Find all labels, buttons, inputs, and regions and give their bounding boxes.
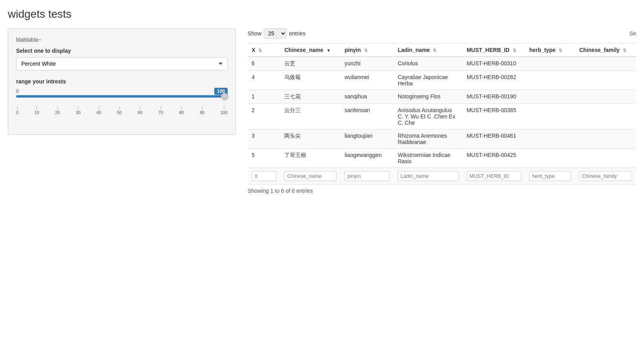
cell-X: 1 xyxy=(248,90,280,104)
cell-Chinese_family xyxy=(575,57,636,71)
cell-Chinese_name: 三七花 xyxy=(280,90,340,104)
filter-input-Ladin-name[interactable] xyxy=(398,171,459,181)
cell-Chinese_name: 乌敛莓 xyxy=(280,71,340,90)
range-container: 0 100 0 10 20 30 40 50 60 70 80 90 xyxy=(16,89,228,127)
cell-pinyin: yunzhi xyxy=(340,57,394,71)
range-ticks: 0 10 20 30 40 50 60 70 80 90 100 xyxy=(16,106,228,115)
cell-X: 2 xyxy=(248,104,280,129)
cell-Chinese_family xyxy=(575,149,636,168)
cell-pinyin: sanfensan xyxy=(340,104,394,129)
display-select[interactable]: Percent White Percent Black Percent Asia… xyxy=(16,57,228,70)
cell-herb_type xyxy=(525,71,575,90)
filter-cell-Ladin-name[interactable] xyxy=(394,168,463,185)
cell-Chinese_family xyxy=(575,71,636,90)
cell-X: 3 xyxy=(248,129,280,149)
tick-10: 10 xyxy=(34,106,39,115)
filter-cell-herb-type[interactable] xyxy=(525,168,575,185)
cell-Chinese_name: 云芝 xyxy=(280,57,340,71)
sort-icon-Chinese-family: ⇅ xyxy=(623,48,626,53)
cell-MUST_HERB_ID: MUST-HERB-00425 xyxy=(463,149,525,168)
select-label: Select one to display xyxy=(16,48,228,54)
sort-icon-Ladin-name: ⇅ xyxy=(433,48,436,53)
cell-herb_type xyxy=(525,149,575,168)
filter-input-pinyin[interactable] xyxy=(344,171,390,181)
col-header-MUST-HERB-ID[interactable]: MUST_HERB_ID ⇅ xyxy=(463,44,525,57)
filter-input-herb-type[interactable] xyxy=(529,171,571,181)
filter-cell-Chinese-family[interactable] xyxy=(575,168,636,185)
col-header-herb-type[interactable]: herb_type ⇅ xyxy=(525,44,575,57)
filter-cell-X[interactable] xyxy=(248,168,280,185)
subtitle-text: blablabla~ xyxy=(16,37,228,43)
cell-Ladin_name: Coriolus xyxy=(394,57,463,71)
show-entries-control: Show 25 10 50 100 entries xyxy=(248,28,305,39)
range-track xyxy=(16,95,228,98)
table-header-row: X ⇅ Chinese_name ▼ pinyin ⇅ Ladin_name ⇅… xyxy=(248,44,636,57)
sort-icon-pinyin: ⇅ xyxy=(364,48,368,53)
cell-herb_type xyxy=(525,129,575,149)
sort-icon-Chinese-name: ▼ xyxy=(326,48,331,53)
data-table: X ⇅ Chinese_name ▼ pinyin ⇅ Ladin_name ⇅… xyxy=(248,43,636,185)
range-min-value: 0 xyxy=(16,89,19,94)
tick-100: 100 xyxy=(221,106,228,115)
tick-70: 70 xyxy=(158,106,163,115)
tick-50: 50 xyxy=(117,106,122,115)
filter-input-X[interactable] xyxy=(252,171,276,181)
table-footer: Showing 1 to 6 of 6 entries xyxy=(248,188,636,194)
table-row: 1三七花sanqihuaNotoginseng FlosMUST-HERB-00… xyxy=(248,90,636,104)
cell-X: 5 xyxy=(248,149,280,168)
cell-pinyin: wulianmei xyxy=(340,71,394,90)
tick-40: 40 xyxy=(96,106,101,115)
tick-60: 60 xyxy=(138,106,142,115)
cell-Chinese_name: 两头尖 xyxy=(280,129,340,149)
cell-MUST_HERB_ID: MUST-HERB-00310 xyxy=(463,57,525,71)
sort-icon-herb-type: ⇅ xyxy=(559,48,562,53)
entries-label: entries xyxy=(289,30,305,37)
sort-icon-MUST-HERB-ID: ⇅ xyxy=(513,48,516,53)
tick-20: 20 xyxy=(55,106,60,115)
cell-herb_type xyxy=(525,104,575,129)
cell-herb_type xyxy=(525,57,575,71)
table-body: 6云芝yunzhiCoriolusMUST-HERB-003104乌敛莓wuli… xyxy=(248,57,636,168)
col-header-pinyin[interactable]: pinyin ⇅ xyxy=(340,44,394,57)
filter-input-Chinese-name[interactable] xyxy=(284,171,337,181)
col-header-Chinese-family[interactable]: Chinese_family ⇅ xyxy=(575,44,636,57)
cell-Ladin_name: Wikstroemiae Indicae Rasix xyxy=(394,149,463,168)
widget-box: blablabla~ Select one to display Percent… xyxy=(8,28,236,135)
cell-X: 4 xyxy=(248,71,280,90)
sort-icon-X: ⇅ xyxy=(258,48,262,53)
tick-90: 90 xyxy=(200,106,204,115)
table-row: 3两头尖liangtoujianRhizoma Anemones Raddean… xyxy=(248,129,636,149)
cell-Ladin_name: Anisodus Acutangulus C. Y. Wu Et C .Chen… xyxy=(394,104,463,129)
cell-MUST_HERB_ID: MUST-HERB-00282 xyxy=(463,71,525,90)
cell-MUST_HERB_ID: MUST-HERB-00190 xyxy=(463,90,525,104)
entries-select[interactable]: 25 10 50 100 xyxy=(264,28,287,39)
cell-X: 6 xyxy=(248,57,280,71)
table-row: 2云分三sanfensanAnisodus Acutangulus C. Y. … xyxy=(248,104,636,129)
cell-pinyin: liaogewanggen xyxy=(340,149,394,168)
range-thumb[interactable] xyxy=(221,93,228,100)
table-controls: Show 25 10 50 100 entries Se xyxy=(248,28,636,39)
filter-input-Chinese-family[interactable] xyxy=(579,171,632,181)
col-header-X[interactable]: X ⇅ xyxy=(248,44,280,57)
tick-30: 30 xyxy=(76,106,81,115)
col-header-Ladin-name[interactable]: Ladin_name ⇅ xyxy=(394,44,463,57)
page-title: widgets tests xyxy=(8,8,636,20)
filter-cell-MUST-HERB-ID[interactable] xyxy=(463,168,525,185)
filter-cell-Chinese-name[interactable] xyxy=(280,168,340,185)
tick-0: 0 xyxy=(16,106,18,115)
cell-MUST_HERB_ID: MUST-HERB-00461 xyxy=(463,129,525,149)
cell-Ladin_name: Rhizoma Anemones Raddeanae xyxy=(394,129,463,149)
cell-herb_type xyxy=(525,90,575,104)
cell-Ladin_name: Notoginseng Flos xyxy=(394,90,463,104)
cell-Chinese_family xyxy=(575,104,636,129)
filter-input-MUST-HERB-ID[interactable] xyxy=(467,171,521,181)
filter-cell-pinyin[interactable] xyxy=(340,168,394,185)
cell-pinyin: sanqihua xyxy=(340,90,394,104)
cell-Ladin_name: Cayratiae Japonicae Herba xyxy=(394,71,463,90)
cell-MUST_HERB_ID: MUST-HERB-00385 xyxy=(463,104,525,129)
cell-Chinese_name: 了哥王根 xyxy=(280,149,340,168)
table-row: 5了哥王根liaogewanggenWikstroemiae Indicae R… xyxy=(248,149,636,168)
table-row: 4乌敛莓wulianmeiCayratiae Japonicae HerbaMU… xyxy=(248,71,636,90)
left-panel: blablabla~ Select one to display Percent… xyxy=(8,28,236,135)
col-header-Chinese-name[interactable]: Chinese_name ▼ xyxy=(280,44,340,57)
